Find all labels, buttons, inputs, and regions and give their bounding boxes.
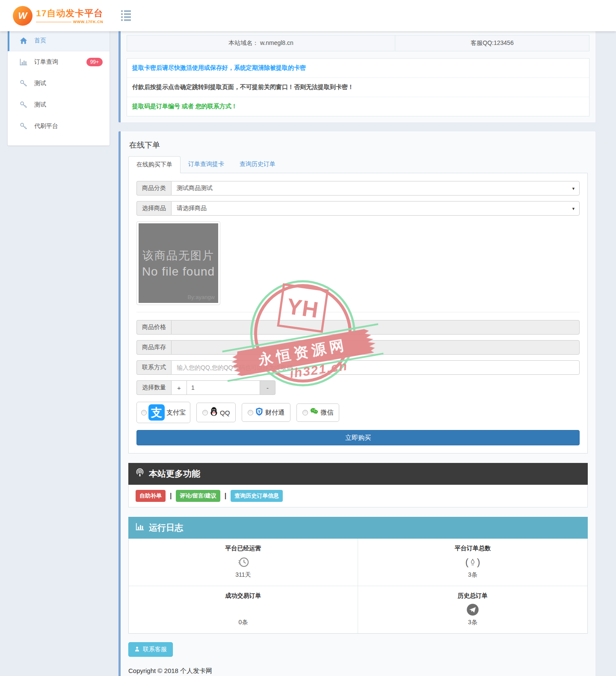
stock-row: 商品库存 xyxy=(136,340,580,355)
clock-icon xyxy=(133,555,353,569)
quantity-row: 选择数量 + - xyxy=(136,380,275,395)
notice-item: 提取码是订单编号 或者 您的联系方式！ xyxy=(127,97,589,116)
contact-input[interactable] xyxy=(177,364,574,371)
contact-row: 联系方式 xyxy=(136,360,580,375)
logo-icon: W xyxy=(13,6,33,26)
category-row: 商品分类 测试商品测试 ▼ xyxy=(136,181,580,196)
qq-icon xyxy=(210,407,218,418)
category-selected-value: 测试商品测试 xyxy=(177,184,213,192)
product-image-placeholder: 该商品无图片 No file found By:ayangw xyxy=(139,223,218,303)
notice-item: 提取卡密后请尽快激活使用或保存好，系统定期清除被提取的卡密 xyxy=(127,59,589,78)
sidebar-item-label: 代刷平台 xyxy=(34,122,103,130)
category-select[interactable]: 测试商品测试 ▼ xyxy=(171,181,580,196)
stock-label: 商品库存 xyxy=(136,340,171,355)
sidebar-item-label: 首页 xyxy=(34,37,103,44)
radio-button[interactable] xyxy=(202,410,208,415)
page-title: 在线下单 xyxy=(129,140,587,150)
site-logo[interactable]: W 17自动发卡平台 WWW.17FK.CN xyxy=(13,6,103,26)
quantity-input[interactable] xyxy=(191,384,255,391)
notice-item: 付款后按提示点击确定跳转到提取页面，不可提前关闭窗口！否则无法提取到卡密！ xyxy=(127,78,589,97)
radio-button[interactable] xyxy=(248,410,253,415)
payment-option-qq[interactable]: QQ xyxy=(196,403,236,422)
chevron-down-icon: ▼ xyxy=(572,207,575,211)
quantity-increase-button[interactable]: + xyxy=(171,380,187,395)
run-log-title: 运行日志 xyxy=(149,522,183,534)
buy-now-button[interactable]: 立即购买 xyxy=(136,430,580,445)
tenpay-icon xyxy=(255,407,264,418)
alipay-icon: 支 xyxy=(148,404,165,421)
stat-success-orders: 成功交易订单 0条 xyxy=(129,586,358,633)
logo-subtitle: WWW.17FK.CN xyxy=(73,20,104,24)
key-icon xyxy=(19,79,28,88)
stat-history-orders: 历史总订单 3条 xyxy=(358,586,587,633)
sidebar-item-test-2[interactable]: 测试 xyxy=(8,94,110,116)
bar-chart-icon xyxy=(135,522,145,534)
chevron-down-icon: ▼ xyxy=(572,187,575,191)
history-order-info-button[interactable]: 查询历史订单信息 xyxy=(231,490,283,502)
run-log-header: 运行日志 xyxy=(128,517,588,539)
flame-icon: ( ) xyxy=(362,555,583,569)
radio-button[interactable] xyxy=(302,410,308,415)
quantity-label: 选择数量 xyxy=(136,380,171,395)
run-log-stats: 平台已经运营 311天 平台订单总数 ( ) 3条 成功交易 xyxy=(128,539,588,634)
person-icon xyxy=(134,646,140,653)
copyright-text: Copyright © 2018 个人发卡网 xyxy=(128,667,588,675)
empty-icon-slot xyxy=(133,602,353,617)
payment-option-alipay[interactable]: 支 支付宝 xyxy=(136,402,190,423)
quantity-input-wrap xyxy=(187,380,260,395)
logo-text: 17自动发卡平台 WWW.17FK.CN xyxy=(36,7,103,24)
tab-order-query[interactable]: 订单查询提卡 xyxy=(181,156,232,173)
sidebar-item-home[interactable]: 首页 xyxy=(8,30,110,51)
divider xyxy=(136,312,580,312)
sidebar-item-daishua[interactable]: 代刷平台 xyxy=(8,116,110,137)
product-select[interactable]: 请选择商品 ▼ xyxy=(171,201,580,216)
quantity-decrease-button[interactable]: - xyxy=(260,380,275,395)
payment-option-wechat[interactable]: 微信 xyxy=(296,403,339,422)
menu-toggle-icon[interactable] xyxy=(121,10,131,21)
sidebar: 首页 订单查询 99+ 测试 测试 代刷平台 xyxy=(8,30,110,145)
main-content: 本站域名： w.nmegl8.cn 客服QQ:123456 提取卡密后请尽快激活… xyxy=(118,30,595,676)
image-credit: By:ayangw xyxy=(187,294,215,300)
radio-button[interactable] xyxy=(141,410,147,415)
chart-icon xyxy=(19,58,28,66)
order-panel: 在线下单 在线购买下单 订单查询提卡 查询历史订单 商品分类 测试商品测试 ▼ … xyxy=(118,131,595,676)
notice-board: 提取卡密后请尽快激活使用或保存好，系统定期清除被提取的卡密 付款后按提示点击确定… xyxy=(127,58,589,116)
service-qq-cell: 客服QQ:123456 xyxy=(395,36,589,51)
sidebar-item-label: 测试 xyxy=(34,101,103,109)
more-functions-body: 自助补单 | 评论/留言/建议 | 查询历史订单信息 xyxy=(128,485,588,507)
podcast-icon xyxy=(135,468,145,480)
wechat-icon xyxy=(310,408,319,418)
site-info-panel: 本站域名： w.nmegl8.cn 客服QQ:123456 提取卡密后请尽快激活… xyxy=(118,30,595,122)
run-log-section: 运行日志 平台已经运营 311天 平台订单总数 ( ) xyxy=(128,517,588,634)
comment-message-button[interactable]: 评论/留言/建议 xyxy=(176,490,220,502)
order-tabs: 在线购买下单 订单查询提卡 查询历史订单 xyxy=(128,156,588,173)
logo-sub-line xyxy=(36,22,71,22)
price-field xyxy=(171,320,580,335)
self-reorder-button[interactable]: 自助补单 xyxy=(136,490,166,502)
product-image-frame: 该商品无图片 No file found By:ayangw xyxy=(136,221,220,305)
tab-history-orders[interactable]: 查询历史订单 xyxy=(232,156,283,173)
more-functions-header: 本站更多功能 xyxy=(128,463,588,485)
sidebar-item-test-1[interactable]: 测试 xyxy=(8,73,110,94)
top-navbar: W 17自动发卡平台 WWW.17FK.CN xyxy=(0,0,616,31)
stat-total-orders: 平台订单总数 ( ) 3条 xyxy=(358,539,587,586)
order-count-badge: 99+ xyxy=(86,58,103,66)
sidebar-item-label: 测试 xyxy=(34,80,103,87)
no-image-text-en: No file found xyxy=(142,265,215,279)
telegram-icon xyxy=(362,602,583,617)
contact-support-button[interactable]: 联系客服 xyxy=(128,642,173,657)
more-functions-section: 本站更多功能 自助补单 | 评论/留言/建议 | 查询历史订单信息 xyxy=(128,463,588,507)
stock-field xyxy=(171,340,580,355)
sidebar-item-label: 订单查询 xyxy=(34,58,80,66)
contact-label: 联系方式 xyxy=(136,360,171,375)
key-icon xyxy=(19,101,28,109)
payment-option-tenpay[interactable]: 财付通 xyxy=(242,403,290,422)
site-info-table: 本站域名： w.nmegl8.cn 客服QQ:123456 xyxy=(127,35,589,51)
tab-buy-online[interactable]: 在线购买下单 xyxy=(128,156,181,173)
contact-field-wrap xyxy=(171,360,580,375)
key-icon xyxy=(19,122,28,130)
sidebar-item-order-query[interactable]: 订单查询 99+ xyxy=(8,51,110,73)
more-functions-title: 本站更多功能 xyxy=(149,468,200,480)
home-icon xyxy=(19,36,28,45)
stat-platform-days: 平台已经运营 311天 xyxy=(129,539,358,586)
